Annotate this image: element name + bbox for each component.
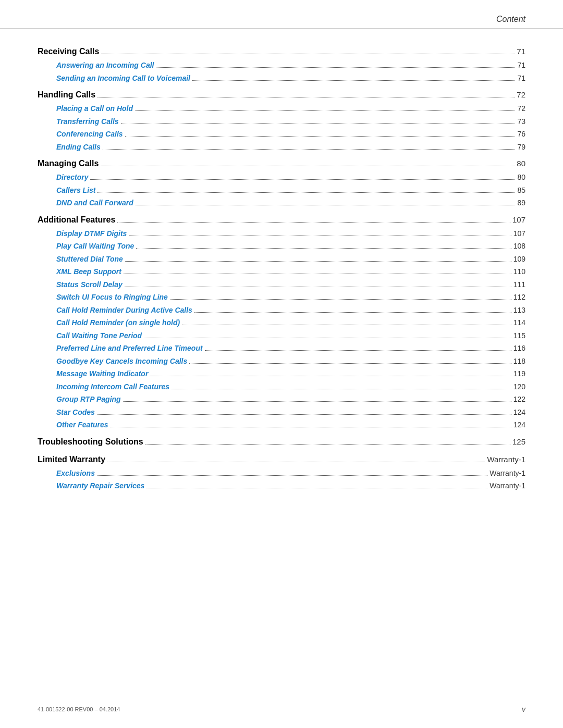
toc-sub-page-warranty-repair-services: Warranty-1	[489, 479, 525, 492]
toc-main-label-handling-calls: Handling Calls	[38, 88, 95, 102]
toc-sub-warranty-repair-services[interactable]: Warranty Repair ServicesWarranty-1	[38, 479, 525, 492]
toc-sub-dots-call-hold-reminder-single-hold	[182, 325, 511, 325]
toc-sub-label-play-call-waiting-tone: Play Call Waiting Tone	[56, 240, 134, 253]
toc-sub-sending-incoming-call-voicemail[interactable]: Sending an Incoming Call to Voicemail71	[38, 72, 525, 85]
toc-main-page-handling-calls: 72	[517, 88, 525, 102]
toc-sub-placing-call-on-hold[interactable]: Placing a Call on Hold72	[38, 102, 525, 115]
section-group-troubleshooting-solutions: Troubleshooting Solutions125	[38, 435, 525, 449]
toc-sub-label-answering-incoming-call: Answering an Incoming Call	[56, 59, 154, 72]
toc-sub-page-incoming-intercom-call-features: 120	[513, 380, 525, 393]
toc-sub-page-stuttered-dial-tone: 109	[513, 253, 525, 266]
toc-sub-label-message-waiting-indicator: Message Waiting Indicator	[56, 367, 148, 380]
toc-dots-receiving-calls	[101, 54, 515, 54]
toc-sub-label-call-waiting-tone-period: Call Waiting Tone Period	[56, 329, 142, 342]
toc-sub-label-dnd-call-forward: DND and Call Forward	[56, 196, 133, 209]
toc-sub-xml-beep-support[interactable]: XML Beep Support110	[38, 265, 525, 278]
page-footer: 41-001522-00 REV00 – 04.2014 v	[38, 705, 525, 713]
toc-sub-other-features[interactable]: Other Features124	[38, 418, 525, 431]
toc-main-troubleshooting-solutions: Troubleshooting Solutions125	[38, 435, 525, 449]
toc-sub-page-switch-ui-focus-ringing-line: 112	[513, 291, 525, 304]
toc-sub-label-conferencing-calls: Conferencing Calls	[56, 128, 123, 141]
toc-main-page-receiving-calls: 71	[517, 45, 525, 58]
toc-sub-dots-preferred-line-timeout	[205, 350, 511, 351]
toc-sub-message-waiting-indicator[interactable]: Message Waiting Indicator119	[38, 367, 525, 380]
toc-sub-label-stuttered-dial-tone: Stuttered Dial Tone	[56, 253, 123, 266]
toc-sub-stuttered-dial-tone[interactable]: Stuttered Dial Tone109	[38, 253, 525, 266]
toc-main-page-troubleshooting-solutions: 125	[512, 435, 525, 449]
toc-sub-page-ending-calls: 79	[517, 141, 525, 154]
toc-sub-label-status-scroll-delay: Status Scroll Delay	[56, 278, 123, 291]
toc-sub-display-dtmf-digits[interactable]: Display DTMF Digits107	[38, 227, 525, 240]
toc-sub-page-status-scroll-delay: 111	[513, 278, 525, 291]
toc-sub-incoming-intercom-call-features[interactable]: Incoming Intercom Call Features120	[38, 380, 525, 393]
toc-sub-call-waiting-tone-period[interactable]: Call Waiting Tone Period115	[38, 329, 525, 342]
toc-dots-limited-warranty	[107, 462, 485, 462]
toc-sub-dots-ending-calls	[103, 149, 516, 150]
toc-sub-preferred-line-timeout[interactable]: Preferred Line and Preferred Line Timeou…	[38, 342, 525, 355]
toc-sub-label-directory: Directory	[56, 171, 88, 184]
toc-sub-call-hold-reminder-active-calls[interactable]: Call Hold Reminder During Active Calls11…	[38, 304, 525, 317]
toc-dots-managing-calls	[101, 166, 515, 166]
toc-sub-answering-incoming-call[interactable]: Answering an Incoming Call71	[38, 59, 525, 72]
toc-sub-dots-goodbye-key-cancels-incoming	[189, 363, 511, 364]
toc-main-handling-calls: Handling Calls72	[38, 88, 525, 102]
header-title: Content	[496, 15, 525, 24]
toc-sub-label-exclusions: Exclusions	[56, 467, 95, 480]
toc-sub-dots-stuttered-dial-tone	[125, 261, 511, 262]
toc-sub-conferencing-calls[interactable]: Conferencing Calls76	[38, 128, 525, 141]
toc-dots-handling-calls	[97, 97, 515, 97]
page-header: Content	[0, 0, 563, 29]
toc-sub-label-goodbye-key-cancels-incoming: Goodbye Key Cancels Incoming Calls	[56, 355, 187, 368]
toc-sub-dots-transferring-calls	[121, 124, 516, 124]
toc-sub-dots-message-waiting-indicator	[150, 376, 511, 376]
toc-sub-label-group-rtp-paging: Group RTP Paging	[56, 393, 121, 406]
toc-sub-page-placing-call-on-hold: 72	[517, 102, 525, 115]
toc-sub-dots-switch-ui-focus-ringing-line	[170, 299, 511, 300]
toc-main-managing-calls: Managing Calls80	[38, 156, 525, 171]
toc-sub-page-message-waiting-indicator: 119	[513, 367, 525, 380]
toc-sub-play-call-waiting-tone[interactable]: Play Call Waiting Tone108	[38, 240, 525, 253]
toc-dots-additional-features	[117, 222, 510, 223]
toc-sub-page-sending-incoming-call-voicemail: 71	[517, 72, 525, 85]
toc-sub-label-star-codes: Star Codes	[56, 406, 95, 419]
toc-main-limited-warranty: Limited WarrantyWarranty-1	[38, 452, 525, 467]
toc-main-page-limited-warranty: Warranty-1	[487, 453, 525, 466]
toc-main-label-additional-features: Additional Features	[38, 213, 115, 227]
toc-sub-transferring-calls[interactable]: Transferring Calls73	[38, 115, 525, 128]
toc-sub-page-answering-incoming-call: 71	[517, 59, 525, 72]
toc-sub-page-goodbye-key-cancels-incoming: 118	[513, 355, 525, 368]
toc-sub-group-rtp-paging[interactable]: Group RTP Paging122	[38, 393, 525, 406]
toc-sub-dots-conferencing-calls	[125, 136, 516, 137]
toc-main-label-managing-calls: Managing Calls	[38, 156, 99, 171]
toc-sub-label-ending-calls: Ending Calls	[56, 141, 101, 154]
toc-sub-label-transferring-calls: Transferring Calls	[56, 115, 119, 128]
toc-sub-ending-calls[interactable]: Ending Calls79	[38, 141, 525, 154]
toc-sub-page-star-codes: 124	[513, 406, 525, 419]
toc-sub-dnd-call-forward[interactable]: DND and Call Forward89	[38, 196, 525, 209]
toc-sub-page-exclusions: Warranty-1	[489, 467, 525, 480]
toc-sub-call-hold-reminder-single-hold[interactable]: Call Hold Reminder (on single hold)114	[38, 316, 525, 329]
toc-sub-directory[interactable]: Directory80	[38, 171, 525, 184]
toc-sub-dots-play-call-waiting-tone	[136, 248, 511, 249]
toc-sub-label-incoming-intercom-call-features: Incoming Intercom Call Features	[56, 380, 169, 393]
toc-sub-status-scroll-delay[interactable]: Status Scroll Delay111	[38, 278, 525, 291]
toc-main-label-receiving-calls: Receiving Calls	[38, 44, 99, 59]
toc-sub-dots-placing-call-on-hold	[135, 110, 515, 111]
toc-sub-label-warranty-repair-services: Warranty Repair Services	[56, 479, 144, 492]
toc-sub-goodbye-key-cancels-incoming[interactable]: Goodbye Key Cancels Incoming Calls118	[38, 355, 525, 368]
toc-sub-page-callers-list: 85	[517, 184, 525, 197]
toc-main-additional-features: Additional Features107	[38, 213, 525, 227]
section-group-limited-warranty: Limited WarrantyWarranty-1ExclusionsWarr…	[38, 452, 525, 492]
section-group-handling-calls: Handling Calls72Placing a Call on Hold72…	[38, 88, 525, 153]
toc-sub-star-codes[interactable]: Star Codes124	[38, 406, 525, 419]
toc-sub-dots-exclusions	[97, 475, 487, 476]
toc-sub-page-call-hold-reminder-active-calls: 113	[513, 304, 525, 317]
footer-document-id: 41-001522-00 REV00 – 04.2014	[38, 706, 120, 712]
toc-sub-label-xml-beep-support: XML Beep Support	[56, 265, 121, 278]
toc-sub-callers-list[interactable]: Callers List85	[38, 184, 525, 197]
toc-sub-dots-warranty-repair-services	[146, 488, 487, 488]
footer-page-number: v	[522, 705, 525, 713]
toc-sub-exclusions[interactable]: ExclusionsWarranty-1	[38, 467, 525, 480]
toc-dots-troubleshooting-solutions	[145, 444, 510, 445]
toc-sub-switch-ui-focus-ringing-line[interactable]: Switch UI Focus to Ringing Line112	[38, 291, 525, 304]
